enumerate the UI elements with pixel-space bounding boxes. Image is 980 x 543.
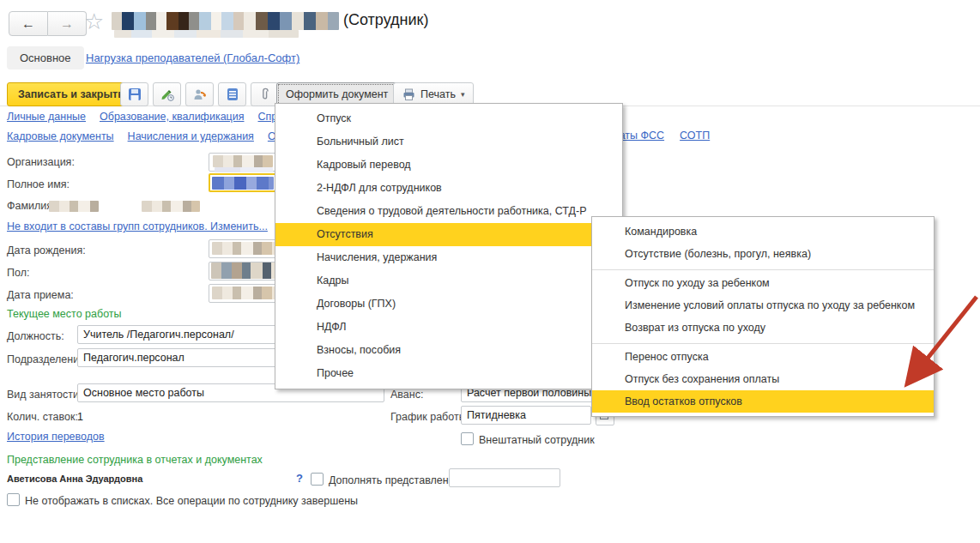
page-title: (Сотрудник) — [343, 11, 428, 29]
sex-label: Пол: — [7, 267, 29, 279]
menu-item[interactable]: Сведения о трудовой деятельности работни… — [275, 200, 622, 223]
menu-item-label: Договоры (ГПХ) — [317, 298, 396, 310]
submenu-item[interactable]: Возврат из отпуска по уходу — [592, 317, 934, 339]
redacted-surname-2 — [142, 201, 200, 212]
employee-card-window: ← → ☆ (Сотрудник) Основное Нагрузка преп… — [0, 0, 980, 543]
employment-label: Вид занятости: — [7, 389, 82, 401]
menu-item-label: Кадры — [317, 275, 348, 287]
append-representation-row[interactable]: Дополнять представление — [311, 473, 461, 486]
schedule-label: График работы: — [390, 411, 469, 423]
menu-item-label: Прочее — [317, 367, 354, 379]
nav-link[interactable]: Начисления и удержания — [128, 130, 254, 142]
menu-item[interactable]: Начисления, удержания ▶ — [275, 246, 622, 269]
submenu-item-label: Отпуск без сохранения оплаты — [625, 373, 779, 385]
forward-icon: → — [60, 16, 74, 32]
forward-button[interactable]: → — [48, 11, 87, 36]
menu-item-label: Отпуск — [317, 112, 351, 124]
menu-item[interactable]: Кадры ▶ — [275, 269, 622, 293]
submenu-item[interactable]: Ввод остатков отпусков — [592, 390, 934, 413]
submenu-item-label: Изменение условий оплаты отпуска по уход… — [625, 299, 915, 311]
position-label: Должность: — [7, 330, 64, 342]
rate-value: 1 — [77, 411, 83, 423]
tab-teacher-load-link[interactable]: Нагрузка преподавателей (Глобал-Софт) — [86, 51, 299, 64]
menu-item-label: Взносы, пособия — [317, 344, 401, 356]
nav-links-row2: Кадровые документыНачисления и удержания… — [7, 130, 312, 142]
reread-button[interactable] — [185, 82, 214, 106]
hide-in-lists-row[interactable]: Не отображать в списках. Все операции по… — [7, 493, 358, 507]
menu-item-label: НДФЛ — [317, 321, 347, 333]
list-button[interactable] — [218, 82, 246, 106]
redacted-birth-date — [212, 242, 284, 255]
menu-item-label: Больничный лист — [317, 136, 404, 148]
menu-item[interactable]: НДФЛ ▶ — [275, 316, 622, 339]
person-refresh-icon — [192, 87, 208, 101]
back-icon: ← — [21, 16, 35, 32]
submenu-item[interactable]: Отпуск без сохранения оплаты — [592, 368, 934, 390]
menu-item[interactable]: 2-НДФЛ для сотрудников ▶ — [275, 177, 622, 200]
submenu-item[interactable]: Перенос отпуска — [592, 343, 934, 368]
back-button[interactable]: ← — [9, 11, 48, 36]
tab-main[interactable]: Основное — [7, 46, 84, 69]
nav-link[interactable]: Кадровые документы — [7, 130, 114, 142]
nav-link[interactable]: СОТП — [680, 130, 710, 142]
nav-link[interactable]: Образование, квалификация — [100, 111, 245, 123]
save-and-close-button[interactable]: Записать и закрыть — [7, 82, 136, 106]
submenu-item-label: Отпуск по уходу за ребенком — [625, 277, 770, 289]
menu-item-label: Начисления, удержания — [317, 251, 437, 263]
pencil-clock-icon — [160, 87, 175, 101]
submenu-item[interactable]: Командировка — [592, 220, 934, 243]
append-representation-label: Дополнять представление — [329, 474, 461, 486]
chevron-down-icon: ▾ — [461, 90, 465, 99]
redacted-hire-date — [212, 287, 284, 299]
printer-icon — [402, 88, 415, 100]
menu-item[interactable]: Больничный лист ▶ — [275, 130, 622, 154]
redacted-full-name-top — [215, 167, 273, 172]
person-name-preview: Аветисова Анна Эдуардовна — [7, 474, 142, 484]
edit-history-button[interactable] — [153, 82, 181, 106]
hire-date-label: Дата приема: — [7, 289, 74, 301]
submenu-item-label: Отсутствие (болезнь, прогул, неявка) — [625, 248, 811, 260]
hide-in-lists-checkbox[interactable] — [7, 493, 20, 506]
transfer-history-link[interactable]: История переводов — [7, 431, 105, 443]
append-representation-input[interactable] — [449, 468, 560, 487]
full-name-label: Полное имя: — [7, 178, 70, 190]
nav-link[interactable]: Личные данные — [7, 111, 86, 123]
redacted-employee-name — [112, 12, 339, 30]
submenu-item-label: Возврат из отпуска по уходу — [625, 322, 765, 334]
save-button[interactable] — [120, 82, 148, 106]
menu-item[interactable]: Взносы, пособия ▶ — [275, 339, 622, 362]
menu-item[interactable]: Прочее ▶ — [275, 362, 622, 385]
submenu-item[interactable]: Отпуск по уходу за ребенком — [592, 269, 934, 294]
hide-in-lists-label: Не отображать в списках. Все операции по… — [25, 495, 358, 507]
representation-header: Представление сотрудника в отчетах и док… — [7, 454, 263, 466]
current-job-header: Текущее место работы — [7, 308, 122, 320]
favorite-star-icon[interactable]: ☆ — [84, 10, 104, 33]
groups-change-link[interactable]: Не входит в составы групп сотрудников. И… — [7, 220, 268, 232]
advance-label: Аванс: — [390, 389, 423, 401]
freelance-checkbox-row[interactable]: Внештатный сотрудник — [461, 432, 595, 446]
menu-item[interactable]: Кадровый перевод ▶ — [275, 154, 622, 177]
format-document-menu: Отпуск ▶ Больничный лист ▶ Кадровый пере… — [275, 103, 623, 389]
menu-item-label: Кадровый перевод — [317, 159, 411, 171]
menu-item[interactable]: Отпуск ▶ — [275, 107, 622, 130]
submenu-item[interactable]: Изменение условий оплаты отпуска по уход… — [592, 294, 934, 317]
redacted-surname — [49, 201, 99, 212]
organization-label: Организация: — [7, 156, 75, 168]
help-icon[interactable]: ? — [296, 472, 303, 485]
history-nav: ← → — [9, 11, 87, 36]
redacted-full-name — [212, 177, 274, 190]
save-icon — [128, 87, 142, 101]
format-document-label: Оформить документ — [286, 88, 388, 100]
freelance-checkbox[interactable] — [461, 432, 474, 445]
rate-label: Колич. ставок: — [7, 411, 78, 423]
absences-submenu: Командировка Отсутствие (болезнь, прогул… — [591, 216, 935, 417]
menu-item[interactable]: Договоры (ГПХ) ▶ — [275, 293, 622, 316]
menu-item[interactable]: Отсутствия ▶ — [275, 223, 622, 246]
schedule-field[interactable]: Пятидневка — [461, 406, 591, 425]
append-representation-checkbox[interactable] — [311, 473, 324, 486]
freelance-checkbox-label: Внештатный сотрудник — [479, 434, 595, 446]
print-label: Печать — [420, 88, 456, 100]
submenu-item[interactable]: Отсутствие (болезнь, прогул, неявка) — [592, 243, 934, 265]
submenu-item-label: Ввод остатков отпусков — [625, 395, 742, 407]
menu-item-label: Отсутствия — [317, 228, 373, 240]
